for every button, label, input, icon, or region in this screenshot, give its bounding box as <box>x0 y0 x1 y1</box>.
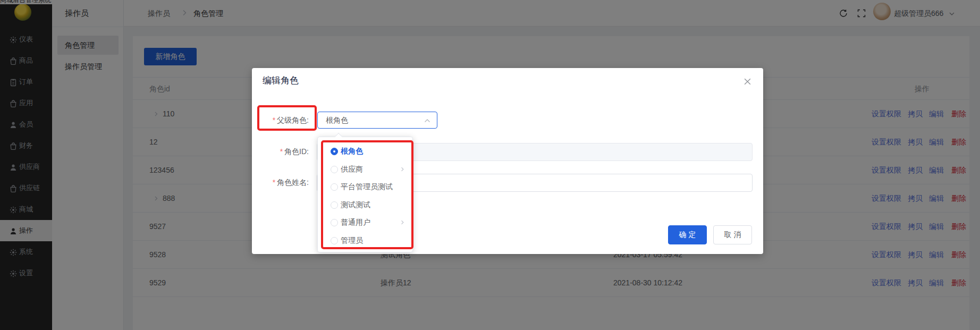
app-root: 商城后台管理系统 仪表 商品 订单 应用 会员 <box>0 0 980 330</box>
parent-role-dropdown: 根角色 供应商 平台管理员测试 测试测试 普通用户 管 <box>317 137 413 252</box>
radio-off-icon[interactable] <box>331 219 338 226</box>
parent-role-select[interactable]: 根角色 <box>317 112 437 129</box>
dropdown-option-root-role[interactable]: 根角色 <box>318 142 413 160</box>
dropdown-option-test-test[interactable]: 测试测试 <box>318 196 413 214</box>
required-asterisk: * <box>273 178 275 187</box>
dropdown-option-platform-admin-test[interactable]: 平台管理员测试 <box>318 178 413 196</box>
role-id-label: *角色ID: <box>252 147 309 157</box>
dropdown-option-normal-user[interactable]: 普通用户 <box>318 214 413 232</box>
confirm-button[interactable]: 确 定 <box>668 225 707 244</box>
chevron-up-icon <box>424 119 430 123</box>
chevron-right-icon <box>399 219 405 226</box>
required-asterisk: * <box>280 147 283 156</box>
role-name-label: *角色姓名: <box>252 178 309 188</box>
modal-title: 编辑角色 <box>263 74 299 87</box>
radio-off-icon[interactable] <box>331 237 338 244</box>
close-icon[interactable] <box>744 78 751 86</box>
required-asterisk: * <box>273 116 275 124</box>
chevron-right-icon <box>399 166 405 173</box>
radio-off-icon[interactable] <box>331 166 338 173</box>
dropdown-option-admin[interactable]: 管理员 <box>318 232 413 250</box>
radio-off-icon[interactable] <box>331 201 338 209</box>
radio-off-icon[interactable] <box>331 183 338 191</box>
dropdown-option-supplier[interactable]: 供应商 <box>318 160 413 179</box>
cancel-button[interactable]: 取 消 <box>713 225 752 244</box>
radio-on-icon[interactable] <box>331 148 338 155</box>
parent-role-label: *父级角色: <box>252 116 309 125</box>
select-value: 根角色 <box>326 116 348 124</box>
